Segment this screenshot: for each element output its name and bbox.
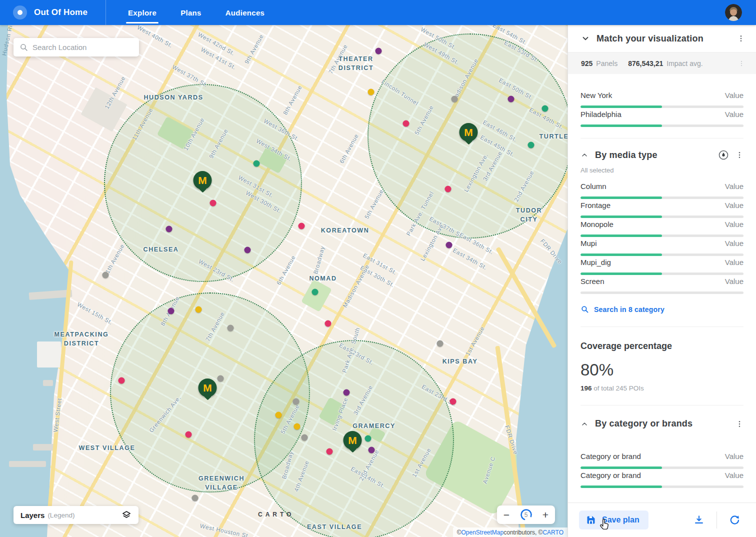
panel-marker-dot-purple[interactable] <box>508 96 514 102</box>
tab-audiences[interactable]: Audiences <box>214 0 277 25</box>
chevron-down-icon[interactable] <box>581 34 590 43</box>
panel-marker-dot-gray[interactable] <box>192 495 198 502</box>
panel-marker-dot-purple[interactable] <box>344 390 350 396</box>
all-selected-note: All selected <box>580 166 744 174</box>
row-progress-track <box>580 254 744 256</box>
panel-marker-dot-gray[interactable] <box>437 340 444 347</box>
panel-marker-dot-gray[interactable] <box>293 398 300 405</box>
layers-legend-button[interactable]: Layers (Legend) <box>14 506 138 524</box>
poi-count-value: 196 <box>580 384 592 392</box>
download-button[interactable] <box>688 510 710 530</box>
brand-logo[interactable]: Out Of Home <box>0 0 106 25</box>
save-plan-button[interactable]: Save plan <box>579 510 648 530</box>
save-plan-label: Save plan <box>602 516 640 524</box>
value-row[interactable]: New YorkValue <box>580 91 744 108</box>
panel-marker-dot-purple[interactable] <box>166 226 172 232</box>
row-progress-fill <box>580 234 662 237</box>
row-label: Category or brand <box>580 471 641 480</box>
row-progress-fill <box>580 106 662 108</box>
coverage-title: Coverage percentage <box>580 341 744 352</box>
kebab-menu-icon[interactable] <box>736 150 744 160</box>
cities-rows: New YorkValuePhiladelphiaValue <box>580 91 744 127</box>
panel-marker-dot-gray[interactable] <box>452 96 458 102</box>
row-progress-track <box>580 234 744 237</box>
panel-marker-dot-pink[interactable] <box>298 223 305 230</box>
value-row[interactable]: MonopoleValue <box>580 220 744 237</box>
panel-marker-dot-purple[interactable] <box>368 447 375 454</box>
panel-marker-dot-teal[interactable] <box>365 436 372 442</box>
panel-marker-dot-pink[interactable] <box>445 186 452 192</box>
search-in-category-link[interactable]: Search in 8 category <box>580 305 744 314</box>
neighborhood-label: GRAMERCY <box>352 422 396 430</box>
value-row[interactable]: ColumnValue <box>580 182 744 199</box>
panel-marker-dot-yellow[interactable] <box>368 89 374 96</box>
row-label: Mupi <box>580 239 597 248</box>
right-panel: Match your visualization 925 Panels 876,… <box>568 25 756 537</box>
panel-marker-dot-pink[interactable] <box>210 200 216 206</box>
panel-marker-dot-teal[interactable] <box>528 142 534 148</box>
search-input[interactable] <box>32 43 133 52</box>
neighborhood-label: HUDSON YARDS <box>144 93 203 102</box>
value-row[interactable]: ScreenValue <box>580 277 744 294</box>
panel-marker-dot-yellow[interactable] <box>196 306 202 313</box>
carto-watermark: CARTO <box>258 511 294 518</box>
panel-marker-dot-pink[interactable] <box>450 398 456 405</box>
panel-marker-dot-pink[interactable] <box>325 320 332 327</box>
user-avatar[interactable] <box>725 4 742 21</box>
refresh-button[interactable] <box>724 510 745 530</box>
mcdonalds-poi-pin[interactable]: M <box>198 378 217 397</box>
category-brands-title: By category or brands <box>595 418 692 429</box>
panel-marker-dot-gray[interactable] <box>302 434 308 441</box>
carto-link[interactable]: CARTO <box>542 529 564 536</box>
chevron-up-icon[interactable] <box>580 151 588 159</box>
openstreetmap-link[interactable]: OpenStreetMap <box>461 529 504 536</box>
impact-avg-label: Impact avg. <box>666 60 702 68</box>
row-label: Monopole <box>580 220 614 228</box>
tab-explore[interactable]: Explore <box>116 0 168 25</box>
panel-marker-dot-gray[interactable] <box>102 272 109 278</box>
panel-marker-dot-gray[interactable] <box>218 376 224 382</box>
value-row[interactable]: MupiValue <box>580 239 744 256</box>
value-row[interactable]: PhiladelphiaValue <box>580 110 744 127</box>
panel-marker-dot-yellow[interactable] <box>294 424 300 430</box>
value-row[interactable]: FrontageValue <box>580 201 744 218</box>
zoom-in-button[interactable]: + <box>536 506 555 524</box>
kebab-menu-icon[interactable] <box>737 34 745 43</box>
top-navigation-bar: Out Of Home ExplorePlansAudiences <box>0 0 756 25</box>
tab-plans[interactable]: Plans <box>168 0 214 25</box>
panel-marker-dot-gray[interactable] <box>228 325 234 332</box>
panel-marker-dot-teal[interactable] <box>254 160 260 167</box>
panel-marker-dot-purple[interactable] <box>376 48 382 54</box>
value-row[interactable]: Category or brandValue <box>580 471 744 488</box>
mcdonalds-poi-pin[interactable]: M <box>344 431 362 450</box>
panel-marker-dot-yellow[interactable] <box>276 412 282 418</box>
mcdonalds-poi-pin[interactable]: M <box>194 171 212 190</box>
panel-marker-dot-pink[interactable] <box>403 120 410 127</box>
attribution-text: contributors, © <box>504 529 542 536</box>
coverage-percent-value: 80% <box>580 360 744 380</box>
panel-marker-dot-teal[interactable] <box>542 106 548 112</box>
row-value: Value <box>725 258 744 266</box>
panel-marker-dot-purple[interactable] <box>446 242 452 248</box>
panel-marker-dot-pink[interactable] <box>326 448 333 455</box>
map-attribution: © OpenStreetMap contributors, © CARTO <box>453 528 568 537</box>
panel-marker-dot-pink[interactable] <box>186 432 192 438</box>
kebab-menu-icon[interactable] <box>738 60 745 68</box>
category-brands-section: By category or brands Category or brandV… <box>580 405 744 488</box>
chevron-up-icon[interactable] <box>580 420 588 428</box>
row-label: Screen <box>580 277 604 286</box>
mcdonalds-poi-pin[interactable]: M <box>460 123 478 142</box>
row-progress-track <box>580 196 744 199</box>
zoom-out-button[interactable]: − <box>497 506 516 524</box>
map-canvas[interactable]: Lincoln TunnelWest 42nd St.West 41st St.… <box>0 25 568 537</box>
row-value: Value <box>725 182 744 190</box>
value-row[interactable]: Mupi_digValue <box>580 258 744 275</box>
panel-marker-dot-pink[interactable] <box>118 378 125 384</box>
kebab-menu-icon[interactable] <box>736 420 744 428</box>
row-label: Mupi_dig <box>580 258 611 266</box>
value-row[interactable]: Category or brandValue <box>580 452 744 469</box>
panel-marker-dot-purple[interactable] <box>244 247 251 254</box>
droplet-filter-icon[interactable] <box>718 150 729 160</box>
panel-marker-dot-teal[interactable] <box>312 289 318 296</box>
panel-marker-dot-purple[interactable] <box>168 308 174 314</box>
